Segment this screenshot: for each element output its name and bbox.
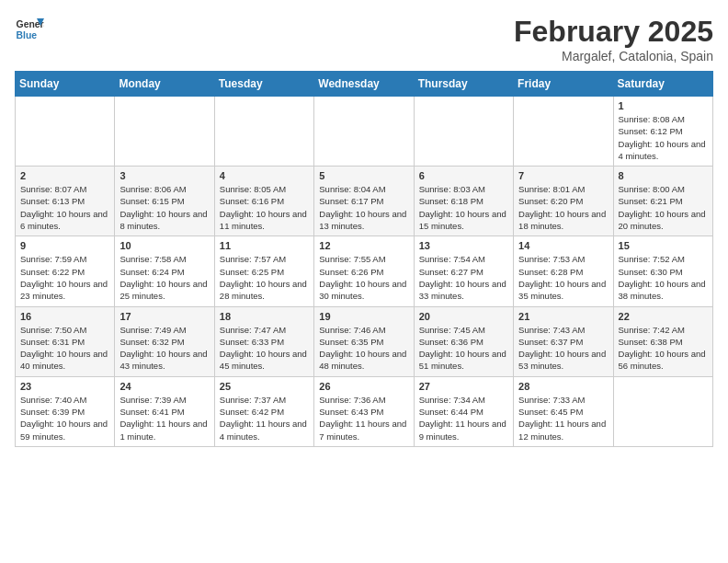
day-info: Sunrise: 7:37 AMSunset: 6:42 PMDaylight:… [220,394,309,442]
day-info: Sunrise: 8:05 AMSunset: 6:16 PMDaylight:… [220,183,309,232]
day-info: Sunrise: 7:40 AMSunset: 6:39 PMDaylight:… [20,394,109,442]
day-info: Sunrise: 7:46 AMSunset: 6:35 PMDaylight:… [319,324,408,373]
day-info: Sunrise: 7:45 AMSunset: 6:36 PMDaylight:… [419,324,508,373]
calendar-cell: 6Sunrise: 8:03 AMSunset: 6:18 PMDaylight… [414,167,513,236]
weekday-header: Saturday [613,72,712,97]
calendar-cell: 25Sunrise: 7:37 AMSunset: 6:42 PMDayligh… [214,376,313,446]
day-info: Sunrise: 7:54 AMSunset: 6:27 PMDaylight:… [419,253,508,302]
calendar-cell: 7Sunrise: 8:01 AMSunset: 6:20 PMDaylight… [514,167,613,236]
calendar-cell: 12Sunrise: 7:55 AMSunset: 6:26 PMDayligh… [314,236,414,306]
day-info: Sunrise: 8:06 AMSunset: 6:15 PMDaylight:… [119,183,209,232]
calendar-cell: 20Sunrise: 7:45 AMSunset: 6:36 PMDayligh… [414,306,513,376]
weekday-header: Wednesday [314,72,414,97]
day-number: 13 [419,240,508,251]
calendar-week-row: 1Sunrise: 8:08 AMSunset: 6:12 PMDaylight… [16,97,713,167]
page-header: General Blue February 2025 Margalef, Cat… [15,15,713,63]
calendar-week-row: 23Sunrise: 7:40 AMSunset: 6:39 PMDayligh… [16,376,713,446]
day-info: Sunrise: 8:01 AMSunset: 6:20 PMDaylight:… [518,183,608,232]
calendar-cell: 17Sunrise: 7:49 AMSunset: 6:32 PMDayligh… [115,306,214,376]
calendar-cell: 24Sunrise: 7:39 AMSunset: 6:41 PMDayligh… [115,376,214,446]
day-info: Sunrise: 7:49 AMSunset: 6:32 PMDaylight:… [119,324,209,373]
day-info: Sunrise: 7:52 AMSunset: 6:30 PMDaylight:… [619,253,708,302]
day-info: Sunrise: 7:34 AMSunset: 6:44 PMDaylight:… [419,394,508,442]
day-info: Sunrise: 7:43 AMSunset: 6:37 PMDaylight:… [518,324,608,373]
calendar-cell: 9Sunrise: 7:59 AMSunset: 6:22 PMDaylight… [16,236,115,306]
weekday-header: Sunday [16,72,115,97]
day-number: 12 [319,240,408,251]
calendar-cell: 3Sunrise: 8:06 AMSunset: 6:15 PMDaylight… [115,167,214,236]
day-number: 23 [20,381,109,392]
day-number: 7 [518,170,608,181]
calendar-cell: 10Sunrise: 7:58 AMSunset: 6:24 PMDayligh… [115,236,214,306]
day-info: Sunrise: 7:55 AMSunset: 6:26 PMDaylight:… [319,253,408,302]
calendar-week-row: 16Sunrise: 7:50 AMSunset: 6:31 PMDayligh… [16,306,713,376]
day-number: 4 [220,170,309,181]
calendar-cell [314,97,414,167]
calendar-cell: 14Sunrise: 7:53 AMSunset: 6:28 PMDayligh… [514,236,613,306]
calendar-cell: 4Sunrise: 8:05 AMSunset: 6:16 PMDaylight… [214,167,313,236]
calendar-cell [613,376,712,446]
day-number: 18 [220,311,309,322]
calendar-cell: 16Sunrise: 7:50 AMSunset: 6:31 PMDayligh… [16,306,115,376]
day-number: 15 [619,240,708,251]
day-info: Sunrise: 7:36 AMSunset: 6:43 PMDaylight:… [319,394,408,442]
calendar-cell: 27Sunrise: 7:34 AMSunset: 6:44 PMDayligh… [414,376,513,446]
day-info: Sunrise: 7:39 AMSunset: 6:41 PMDaylight:… [119,394,209,442]
calendar-cell: 19Sunrise: 7:46 AMSunset: 6:35 PMDayligh… [314,306,414,376]
weekday-header: Monday [115,72,214,97]
calendar-cell: 28Sunrise: 7:33 AMSunset: 6:45 PMDayligh… [514,376,613,446]
calendar-cell: 23Sunrise: 7:40 AMSunset: 6:39 PMDayligh… [16,376,115,446]
day-number: 20 [419,311,508,322]
day-number: 26 [319,381,408,392]
day-number: 2 [20,170,109,181]
day-number: 1 [619,100,708,111]
day-info: Sunrise: 8:08 AMSunset: 6:12 PMDaylight:… [619,113,708,162]
calendar-cell: 2Sunrise: 8:07 AMSunset: 6:13 PMDaylight… [16,167,115,236]
day-number: 19 [319,311,408,322]
day-info: Sunrise: 7:57 AMSunset: 6:25 PMDaylight:… [220,253,309,302]
calendar-cell: 13Sunrise: 7:54 AMSunset: 6:27 PMDayligh… [414,236,513,306]
day-number: 25 [220,381,309,392]
day-info: Sunrise: 8:00 AMSunset: 6:21 PMDaylight:… [619,183,708,232]
calendar-cell: 21Sunrise: 7:43 AMSunset: 6:37 PMDayligh… [514,306,613,376]
calendar: SundayMondayTuesdayWednesdayThursdayFrid… [15,71,713,447]
location: Margalef, Catalonia, Spain [514,49,713,63]
calendar-week-row: 2Sunrise: 8:07 AMSunset: 6:13 PMDaylight… [16,167,713,236]
day-number: 11 [220,240,309,251]
weekday-header: Tuesday [214,72,313,97]
weekday-header: Friday [514,72,613,97]
day-info: Sunrise: 7:58 AMSunset: 6:24 PMDaylight:… [119,253,209,302]
day-number: 8 [619,170,708,181]
day-info: Sunrise: 7:50 AMSunset: 6:31 PMDaylight:… [20,324,109,373]
day-info: Sunrise: 8:03 AMSunset: 6:18 PMDaylight:… [419,183,508,232]
day-info: Sunrise: 7:47 AMSunset: 6:33 PMDaylight:… [220,324,309,373]
calendar-cell [115,97,214,167]
day-number: 17 [119,311,209,322]
weekday-header: Thursday [414,72,513,97]
calendar-cell [514,97,613,167]
day-number: 9 [20,240,109,251]
month-title: February 2025 [514,15,713,49]
day-number: 24 [119,381,209,392]
day-number: 5 [319,170,408,181]
day-number: 14 [518,240,608,251]
day-info: Sunrise: 7:33 AMSunset: 6:45 PMDaylight:… [518,394,608,442]
calendar-week-row: 9Sunrise: 7:59 AMSunset: 6:22 PMDaylight… [16,236,713,306]
day-info: Sunrise: 7:59 AMSunset: 6:22 PMDaylight:… [20,253,109,302]
svg-text:Blue: Blue [17,30,38,40]
calendar-cell: 15Sunrise: 7:52 AMSunset: 6:30 PMDayligh… [613,236,712,306]
calendar-cell: 22Sunrise: 7:42 AMSunset: 6:38 PMDayligh… [613,306,712,376]
day-number: 10 [119,240,209,251]
day-info: Sunrise: 8:04 AMSunset: 6:17 PMDaylight:… [319,183,408,232]
calendar-cell: 8Sunrise: 8:00 AMSunset: 6:21 PMDaylight… [613,167,712,236]
day-number: 27 [419,381,508,392]
calendar-cell: 26Sunrise: 7:36 AMSunset: 6:43 PMDayligh… [314,376,414,446]
calendar-cell [414,97,513,167]
day-number: 3 [119,170,209,181]
logo: General Blue [15,15,44,44]
calendar-cell [214,97,313,167]
day-info: Sunrise: 8:07 AMSunset: 6:13 PMDaylight:… [20,183,109,232]
day-info: Sunrise: 7:42 AMSunset: 6:38 PMDaylight:… [619,324,708,373]
calendar-cell: 18Sunrise: 7:47 AMSunset: 6:33 PMDayligh… [214,306,313,376]
day-number: 21 [518,311,608,322]
